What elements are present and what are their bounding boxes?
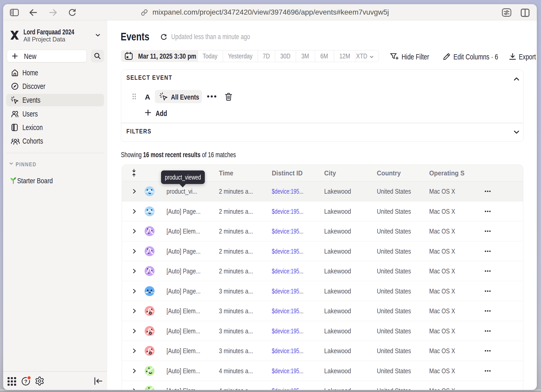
svg-text:?: ? — [24, 379, 27, 384]
